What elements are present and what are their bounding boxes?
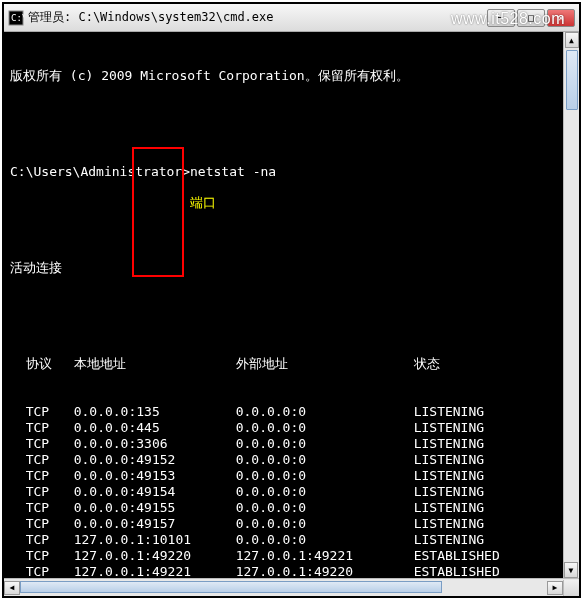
cell-foreign-address: 127.0.0.1:49220 (236, 564, 414, 578)
connection-row: TCP0.0.0.0:4450.0.0.0:0LISTENING (10, 420, 573, 436)
cell-proto: TCP (26, 468, 74, 484)
cell-proto: TCP (26, 532, 74, 548)
connection-row: TCP0.0.0.0:1350.0.0.0:0LISTENING (10, 404, 573, 420)
minimize-button[interactable]: ─ (487, 9, 515, 27)
connection-row: TCP0.0.0.0:491540.0.0.0:0LISTENING (10, 484, 573, 500)
close-button[interactable]: ✕ (547, 9, 575, 27)
cell-foreign-address: 127.0.0.1:49221 (236, 548, 414, 564)
horizontal-scrollbar[interactable]: ◀ ▶ (4, 578, 579, 596)
cell-proto: TCP (26, 484, 74, 500)
header-state: 状态 (414, 356, 534, 372)
connection-row: TCP0.0.0.0:491530.0.0.0:0LISTENING (10, 468, 573, 484)
scroll-down-button[interactable]: ▼ (564, 562, 578, 578)
cell-local-address: 0.0.0.0:49152 (74, 452, 236, 468)
cell-proto: TCP (26, 436, 74, 452)
connection-row: TCP127.0.0.1:101010.0.0.0:0LISTENING (10, 532, 573, 548)
terminal-area[interactable]: 版权所有 (c) 2009 Microsoft Corporation。保留所有… (4, 32, 579, 578)
cell-foreign-address: 0.0.0.0:0 (236, 420, 414, 436)
maximize-button[interactable]: □ (517, 9, 545, 27)
vertical-scroll-thumb[interactable] (566, 50, 578, 110)
cell-state: LISTENING (414, 500, 534, 516)
header-local: 本地地址 (74, 356, 236, 372)
blank-line (10, 116, 573, 132)
cell-state: LISTENING (414, 532, 534, 548)
cell-local-address: 0.0.0.0:135 (74, 404, 236, 420)
cell-foreign-address: 0.0.0.0:0 (236, 452, 414, 468)
connection-row: TCP127.0.0.1:49220127.0.0.1:49221ESTABLI… (10, 548, 573, 564)
blank-line (10, 308, 573, 324)
cell-state: ESTABLISHED (414, 548, 534, 564)
cell-local-address: 0.0.0.0:49153 (74, 468, 236, 484)
vertical-scrollbar[interactable]: ▲ ▼ (563, 32, 579, 578)
cell-foreign-address: 0.0.0.0:0 (236, 532, 414, 548)
cell-state: LISTENING (414, 484, 534, 500)
cell-foreign-address: 0.0.0.0:0 (236, 436, 414, 452)
resize-grip[interactable] (563, 580, 579, 596)
cell-proto: TCP (26, 452, 74, 468)
cell-local-address: 127.0.0.1:49220 (74, 548, 236, 564)
cmd-icon: C:\ (8, 10, 24, 26)
column-headers: 协议本地地址外部地址状态 (10, 356, 573, 372)
window-titlebar[interactable]: C:\ 管理员: C:\Windows\system32\cmd.exe ─ □… (4, 4, 579, 32)
cell-local-address: 0.0.0.0:445 (74, 420, 236, 436)
cell-state: LISTENING (414, 404, 534, 420)
blank-line (10, 212, 573, 228)
cell-state: LISTENING (414, 436, 534, 452)
cell-local-address: 0.0.0.0:49154 (74, 484, 236, 500)
cell-proto: TCP (26, 516, 74, 532)
cell-proto: TCP (26, 500, 74, 516)
cell-state: LISTENING (414, 452, 534, 468)
cell-local-address: 127.0.0.1:49221 (74, 564, 236, 578)
cell-proto: TCP (26, 548, 74, 564)
header-proto: 协议 (26, 356, 74, 372)
cell-foreign-address: 0.0.0.0:0 (236, 484, 414, 500)
section-title: 活动连接 (10, 260, 573, 276)
command-prompt-line: C:\Users\Administrator>netstat -na (10, 164, 573, 180)
connection-row: TCP0.0.0.0:491520.0.0.0:0LISTENING (10, 452, 573, 468)
scroll-up-button[interactable]: ▲ (565, 32, 579, 48)
cell-foreign-address: 0.0.0.0:0 (236, 500, 414, 516)
cell-state: LISTENING (414, 420, 534, 436)
copyright-line: 版权所有 (c) 2009 Microsoft Corporation。保留所有… (10, 68, 573, 84)
cell-local-address: 0.0.0.0:49157 (74, 516, 236, 532)
cell-state: LISTENING (414, 468, 534, 484)
cell-local-address: 0.0.0.0:3306 (74, 436, 236, 452)
cell-foreign-address: 0.0.0.0:0 (236, 404, 414, 420)
cell-state: LISTENING (414, 516, 534, 532)
cell-foreign-address: 0.0.0.0:0 (236, 516, 414, 532)
window-title: 管理员: C:\Windows\system32\cmd.exe (28, 9, 487, 26)
cell-proto: TCP (26, 420, 74, 436)
scroll-right-button[interactable]: ▶ (547, 581, 563, 595)
cell-proto: TCP (26, 564, 74, 578)
cell-state: ESTABLISHED (414, 564, 534, 578)
svg-text:C:\: C:\ (11, 13, 24, 23)
connection-row: TCP0.0.0.0:491570.0.0.0:0LISTENING (10, 516, 573, 532)
horizontal-scroll-track[interactable] (20, 581, 547, 595)
cell-foreign-address: 0.0.0.0:0 (236, 468, 414, 484)
connection-row: TCP127.0.0.1:49221127.0.0.1:49220ESTABLI… (10, 564, 573, 578)
cell-local-address: 0.0.0.0:49155 (74, 500, 236, 516)
cell-local-address: 127.0.0.1:10101 (74, 532, 236, 548)
horizontal-scroll-thumb[interactable] (20, 581, 442, 593)
connection-row: TCP0.0.0.0:33060.0.0.0:0LISTENING (10, 436, 573, 452)
scroll-left-button[interactable]: ◀ (4, 581, 20, 595)
header-foreign: 外部地址 (236, 356, 414, 372)
connection-row: TCP0.0.0.0:491550.0.0.0:0LISTENING (10, 500, 573, 516)
cell-proto: TCP (26, 404, 74, 420)
